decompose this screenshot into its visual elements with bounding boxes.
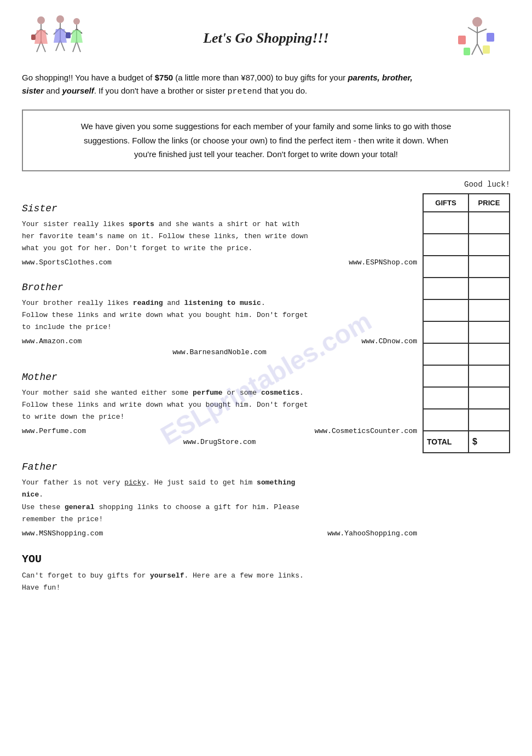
sister-interest: sports [129,220,154,228]
svg-rect-32 [483,45,490,54]
table-row [423,299,510,321]
father-picky: picky [124,478,146,487]
espnshop-link[interactable]: www.ESPNShop.com [349,258,417,267]
brother-links-top: www.Amazon.com www.CDnow.com [22,337,417,345]
good-luck-text: Good luck! [22,180,510,189]
suggestion-line1: We have given you some suggestions for e… [81,122,452,131]
mother-links-top: www.Perfume.com www.CosmeticsCounter.com [22,426,417,435]
table-row [423,212,510,234]
barnesandnoble-link[interactable]: www.BarnesandNoble.com [172,348,267,356]
amazon-link[interactable]: www.Amazon.com [22,337,82,345]
gifts-table: GIFTS PRICE TOTAL $ [423,193,510,453]
main-layout: Sister Your sister really likes sports a… [22,193,510,594]
table-row [423,343,510,365]
father-something: something [257,478,295,487]
section-mother-body: Your mother said she wanted either some … [22,387,417,423]
svg-point-0 [37,16,45,24]
table-row [423,256,510,278]
father-nice: nice [22,490,39,499]
svg-line-25 [468,27,477,33]
svg-marker-6 [34,30,48,44]
mother-links-center: www.DrugStore.com [22,437,417,446]
page-header: Let's Go Shopping!!! [22,11,510,66]
cosmeticscounter-link[interactable]: www.CosmeticsCounter.com [315,426,417,435]
svg-rect-31 [464,48,470,55]
section-father-title: Father [22,461,417,472]
header-right-image [444,11,510,66]
page-title-container: Let's Go Shopping!!! [88,30,444,47]
intro-line1-suffix: to buy gifts for your [274,73,348,82]
svg-point-16 [73,18,80,25]
section-sister-title: Sister [22,203,417,214]
section-father-body: Your father is not very picky. He just s… [22,477,417,525]
svg-rect-29 [458,36,466,44]
total-label-cell: TOTAL [423,431,469,453]
intro-paragraph: Go shopping!! You have a budget of $750 … [22,71,510,99]
price-col-header: PRICE [469,194,510,212]
section-sister: Sister Your sister really likes sports a… [22,203,417,267]
svg-rect-15 [66,32,71,38]
section-sister-body: Your sister really likes sports and she … [22,218,417,255]
section-mother: Mother Your mother said she wanted eithe… [22,372,417,446]
table-row [423,409,510,431]
section-father: Father Your father is not very picky. He… [22,461,417,537]
intro-line1-prefix: Go shopping!! You have a budget of [22,73,155,82]
header-left-image [22,11,88,66]
perfume-link[interactable]: www.Perfume.com [22,426,86,435]
brother-links-center: www.BarnesandNoble.com [22,348,417,356]
table-row [423,321,510,343]
total-value-cell: $ [469,431,510,453]
intro-budget-note: (a little more than ¥87,000) [173,73,273,82]
father-links: www.MSNShopping.com www.YahooShopping.co… [22,529,417,538]
mother-interest2: cosmetics [261,389,299,397]
section-brother: Brother Your brother really likes readin… [22,282,417,356]
intro-yourself: yourself [62,86,94,95]
section-you-title: YOU [22,553,417,565]
section-mother-title: Mother [22,372,417,383]
intro-sister: sister [22,86,44,95]
svg-marker-14 [54,29,67,43]
section-you: YOU Can't forget to buy gifts for yourse… [22,553,417,594]
intro-line2-final: that you do. [262,86,308,95]
suggestion-box: We have given you some suggestions for e… [22,109,510,171]
svg-rect-30 [487,33,494,42]
intro-pretend: pretend [228,87,262,96]
page-title: Let's Go Shopping!!! [88,30,444,47]
yahooshopping-link[interactable]: www.YahooShopping.com [327,529,417,538]
intro-line2-end: . If you don't have a brother or sister [94,86,228,95]
table-row [423,387,510,409]
content-area: Sister Your sister really likes sports a… [22,193,423,594]
father-general: general [65,503,95,511]
gifts-col-header: GIFTS [423,194,469,212]
intro-budget: $750 [155,73,173,82]
sister-links: www.SportsClothes.com www.ESPNShop.com [22,258,417,267]
section-brother-title: Brother [22,282,417,293]
svg-line-27 [472,44,477,55]
table-row [423,234,510,256]
suggestion-line3: you're finished just tell your teacher. … [134,149,398,159]
section-you-body: Can't forget to buy gifts for yourself. … [22,570,417,594]
drugstore-link[interactable]: www.DrugStore.com [183,437,256,446]
msnshopping-link[interactable]: www.MSNShopping.com [22,529,103,538]
svg-line-26 [477,29,487,33]
brother-interest2: listening to music [184,299,261,307]
mother-interest1: perfume [193,389,223,397]
sportsclothes-link[interactable]: www.SportsClothes.com [22,258,112,267]
table-row [423,365,510,387]
svg-point-23 [472,17,482,27]
intro-and: and [44,86,62,95]
svg-point-8 [56,15,64,23]
total-row: TOTAL $ [423,431,510,453]
you-yourself: yourself [150,572,184,580]
table-row [423,278,510,299]
cdnow-link[interactable]: www.CDnow.com [362,337,417,345]
brother-interest1: reading [133,299,163,307]
svg-rect-7 [31,34,36,40]
svg-line-28 [477,44,483,55]
intro-family: parents, brother, [348,73,412,82]
suggestion-line2: suggestions. Follow the links (or choose… [84,136,448,145]
section-brother-body: Your brother really likes reading and li… [22,297,417,333]
